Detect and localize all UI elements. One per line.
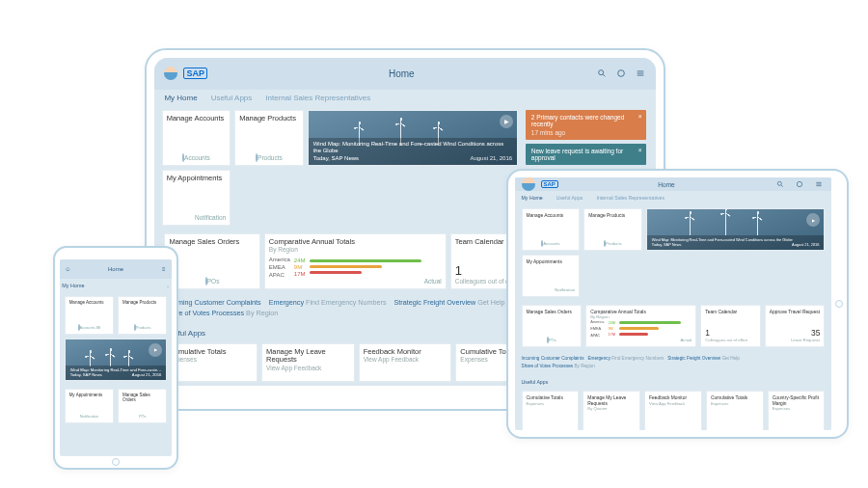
tab-my-home[interactable]: My Home — [522, 195, 543, 201]
notification-time: 17 mins ago — [531, 129, 640, 136]
sap-logo: SAP — [183, 68, 207, 79]
tile-my-appointments[interactable]: My AppointmentsNotification — [522, 255, 581, 297]
tile-manage-products[interactable]: Manage ProductsProducts — [118, 296, 167, 335]
copilot-icon[interactable] — [615, 68, 627, 79]
svg-point-6 — [778, 181, 782, 185]
link-freight-sub: Get Help — [477, 298, 504, 307]
link-emergency[interactable]: Emergency — [587, 356, 610, 361]
svg-point-0 — [598, 70, 603, 75]
section-useful-apps: Useful Apps — [515, 373, 831, 387]
menu-icon[interactable] — [813, 178, 825, 190]
tile-title: Comparative Annual Totals — [269, 238, 442, 246]
tile-manage-sales-orders[interactable]: Manage Sales OrdersPOs — [522, 305, 583, 347]
tile-news[interactable]: ▶ Wind Map: Monitoring Real-Time and For… — [308, 110, 518, 166]
notification-contacts-changed[interactable]: 2 Primary contacts were changed recently… — [526, 110, 646, 140]
tile-team-calendar[interactable]: Team Calendar1Colleagues out of office — [700, 305, 761, 347]
link-votes[interactable]: Share of Votes Processes — [522, 364, 574, 368]
page-title-dropdown[interactable]: Home — [213, 68, 590, 79]
phone-home-button[interactable] — [112, 458, 120, 466]
tile-title: My Appointments — [167, 175, 226, 182]
tile-manage-sales-orders[interactable]: Manage Sales Orders POs — [164, 233, 259, 289]
kpi-number: 1 — [455, 263, 462, 278]
page-title-dropdown[interactable]: Home — [564, 181, 770, 188]
tile-news[interactable]: ▶ Wind Map: Monitoring Real-Time and For… — [65, 339, 168, 381]
top-bar: ☺ Home ≡ — [60, 259, 172, 279]
bar-value: 9M — [294, 264, 306, 270]
anchor-tabs: My Home Useful Apps Internal Sales Repre… — [154, 90, 656, 106]
tablet-frame: SAP Home My Home Useful Apps Internal Sa… — [506, 169, 849, 439]
chevron-down-icon[interactable]: ⌄ — [166, 283, 170, 288]
tile-my-appointments[interactable]: My Appointments Notification — [162, 170, 231, 226]
menu-icon[interactable] — [635, 68, 646, 79]
tile-manage-leave[interactable]: Manage My Leave RequestsBy Quarter — [583, 391, 640, 430]
search-icon[interactable] — [774, 178, 786, 190]
user-avatar[interactable] — [522, 177, 535, 191]
tab-my-home[interactable]: My Home — [164, 94, 197, 102]
svg-line-1 — [603, 75, 605, 77]
tile-profit-margin[interactable]: Country-Specific Profit MarginExpenses — [768, 391, 826, 430]
link-emergency[interactable]: Emergency — [269, 298, 304, 307]
close-icon[interactable]: × — [638, 113, 642, 120]
notification-text: 2 Primary contacts were changed recently — [531, 114, 624, 127]
tile-comparative-totals[interactable]: Comparative Annual Totals By Region Amer… — [264, 233, 447, 289]
tablet-screen: SAP Home My Home Useful Apps Internal Sa… — [515, 177, 831, 430]
tile-comparative-totals[interactable]: Comparative Annual TotalsBy Region Ameri… — [585, 305, 696, 347]
menu-icon[interactable]: ≡ — [158, 263, 170, 275]
link-tiles-row: Incoming Customer Complaints Emergency F… — [515, 351, 831, 373]
bar-chart — [619, 321, 692, 336]
link-emergency-sub: Find Emergency Numbers — [306, 298, 387, 307]
svg-line-7 — [781, 185, 783, 187]
copilot-icon[interactable] — [794, 178, 805, 190]
user-avatar[interactable] — [164, 67, 177, 80]
tile-feedback-monitor[interactable]: Feedback MonitorView App Feedback — [359, 343, 452, 382]
tab-useful-apps[interactable]: Useful Apps — [556, 195, 583, 201]
svg-point-2 — [617, 70, 624, 77]
news-date: August 21, 2016 — [470, 155, 512, 162]
tile-my-appointments[interactable]: My AppointmentsNotification — [65, 389, 114, 423]
phone-screen: ☺ Home ≡ My Home ⌄ Manage AccountsAccoun… — [60, 259, 172, 456]
user-icon[interactable]: ☺ — [62, 263, 73, 275]
legend-item: EMEA — [269, 264, 290, 270]
play-icon[interactable]: ▶ — [500, 115, 513, 128]
bar-value: 24M — [294, 258, 306, 263]
notification-text: New leave request is awaiting for approv… — [531, 148, 623, 161]
tile-news[interactable]: ▶ Wind Map: Monitoring Real-Time and For… — [646, 208, 826, 251]
tile-title: Manage Products — [239, 115, 298, 122]
tile-manage-accounts[interactable]: Manage AccountsAccounts — [522, 208, 581, 251]
close-icon[interactable]: × — [638, 147, 642, 153]
search-icon[interactable] — [596, 68, 608, 79]
tile-manage-leave[interactable]: Manage My Leave RequestsView App Feedbac… — [261, 343, 355, 382]
tab-my-home[interactable]: My Home — [62, 283, 84, 288]
tile-manage-accounts[interactable]: Manage Accounts Accounts — [162, 110, 231, 166]
app-tablet: SAP Home My Home Useful Apps Internal Sa… — [515, 177, 831, 430]
tile-manage-accounts[interactable]: Manage AccountsAccounts 88 — [65, 296, 114, 335]
news-headline: Wind Map: Monitoring Real-Time and Fore-… — [313, 141, 512, 153]
tile-manage-sales-orders[interactable]: Manage Sales OrdersPOs — [118, 389, 167, 423]
link-freight[interactable]: Strategic Freight Overview — [667, 356, 720, 361]
tab-useful-apps[interactable]: Useful Apps — [211, 94, 253, 102]
tile-feedback-monitor[interactable]: Feedback MonitorView App Feedback — [644, 391, 702, 430]
tile-manage-products[interactable]: Manage ProductsProducts — [583, 208, 642, 251]
top-bar: SAP Home — [154, 58, 656, 90]
tile-manage-products[interactable]: Manage Products Products — [234, 110, 303, 166]
legend-item: America — [269, 257, 290, 262]
bar-chart — [310, 259, 442, 274]
tile-cumulative-totals[interactable]: Cumulative TotalsExpenses — [522, 391, 580, 430]
tablet-home-button[interactable] — [835, 300, 843, 308]
tile-approve-travel[interactable]: Approve Travel Request35Leave Requests — [765, 305, 826, 347]
phone-frame: ☺ Home ≡ My Home ⌄ Manage AccountsAccoun… — [53, 246, 178, 470]
tile-subtitle: By Region — [269, 246, 442, 253]
link-freight[interactable]: Strategic Freight Overview — [394, 298, 476, 307]
tab-reps[interactable]: Internal Sales Representatives — [596, 195, 665, 201]
link-complaints[interactable]: Incoming Customer Complaints — [522, 356, 584, 361]
bar-value: 17M — [294, 271, 306, 277]
notification-leave-request[interactable]: New leave request is awaiting for approv… — [526, 144, 646, 165]
page-title-dropdown[interactable]: Home — [79, 266, 151, 272]
anchor-tabs: My Home ⌄ — [60, 279, 172, 292]
tab-reps[interactable]: Internal Sales Representatives — [265, 94, 370, 102]
tile-cumulative-totals-2[interactable]: Cumulative TotalsExpenses — [706, 391, 764, 430]
anchor-tabs: My Home Useful Apps Internal Sales Repre… — [515, 191, 831, 204]
news-source: Today, SAP News — [313, 155, 359, 162]
link-complaints[interactable]: Incoming Customer Complaints — [164, 298, 260, 307]
link-votes-sub: By Region — [246, 309, 278, 317]
